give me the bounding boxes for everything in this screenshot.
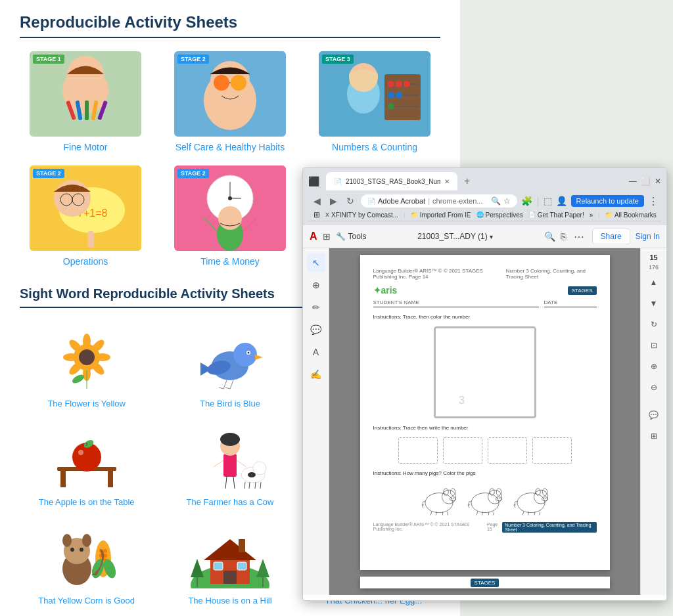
minimize-button[interactable]: — [629,177,637,186]
zoom-in-button[interactable]: ⊕ [645,357,663,376]
sign-in-link[interactable]: Sign In [636,232,660,241]
sight-card-squirrel[interactable]: That Yellow Corn is Good [20,518,153,607]
fit-page-button[interactable]: ⊡ [645,336,663,355]
self-care-image: STAGE 2 [174,51,286,137]
bookmark-paper[interactable]: 📄 Get That Paper! [528,211,584,219]
grid-icon[interactable]: ⊞ [323,231,331,242]
address-bar-row: ◀ ▶ ↻ 📄 Adobe Acrobat | chrome-exten... … [308,193,661,209]
sidebar-icon[interactable]: ⬚ [544,196,552,206]
svg-point-53 [63,353,79,361]
pig-1-svg [419,483,459,516]
pdf-right-sidebar: 15 176 ▲ ▼ ↻ ⊡ ⊕ ⊖ 💬 ⊞ [640,248,666,595]
pages-panel-icon[interactable]: ⊞ [645,427,663,445]
svg-point-175 [451,498,452,499]
stage-badge: STAGE 2 [177,169,209,178]
more-options-icon[interactable]: ⋯ [571,231,587,243]
category-card-numbers[interactable]: STAGE 3 [309,51,440,152]
annotate-tool[interactable]: ✏ [307,298,325,317]
tracing-area [373,437,597,464]
back-button[interactable]: ◀ [311,194,323,208]
text-tool[interactable]: A [307,343,325,361]
expand-icon[interactable]: ▾ [490,233,493,240]
operations-image: STAGE 2 7+1=8 [30,165,141,251]
apps-icon[interactable]: ⊞ [313,210,320,219]
address-bar[interactable]: 📄 Adobe Acrobat | chrome-exten... 🔍 ☆ [361,194,517,208]
sight-card-flower[interactable]: The Flower is Yellow [20,321,153,410]
zoom-out-button[interactable]: ⊖ [645,378,663,397]
bookmark-icon[interactable]: ☆ [503,196,511,206]
svg-point-127 [103,549,107,553]
pdf-page: Language Builder® ARIS™ © © 2021 STAGES … [360,255,610,570]
zoom-tool[interactable]: ⊕ [307,276,325,294]
svg-line-180 [436,512,436,515]
bookmark-perspectives[interactable]: 🌐 Perspectives [476,211,523,219]
select-tool[interactable]: ↖ [307,253,325,272]
copy-icon[interactable]: ⎘ [561,231,566,242]
category-card-operations[interactable]: STAGE 2 7+1=8 Operations [20,165,151,267]
svg-point-101 [253,462,266,475]
pdf-viewer: ⬛ 📄 21003_STGS_RAS_Book3_Num... ✕ + — ⬜ … [302,167,667,601]
sight-card-bird[interactable]: The Bird is Blue [163,321,296,410]
number-3-box: 3 [434,326,536,418]
svg-rect-93 [223,454,237,477]
tools-button[interactable]: 🔧 Tools [336,232,367,241]
svg-rect-87 [108,471,113,487]
sight-card-house[interactable]: The House is on a Hill [163,518,296,607]
svg-rect-148 [214,562,223,570]
share-button[interactable]: Share [592,229,630,244]
acrobat-logo-icon: A [310,231,317,242]
active-tab[interactable]: 📄 21003_STGS_RAS_Book3_Num... ✕ [326,172,457,190]
sight-card-apple[interactable]: The Apple is on the Table [20,420,153,508]
relaunch-button[interactable]: Relaunch to update [571,195,644,207]
svg-point-194 [517,493,545,513]
svg-point-174 [450,497,455,501]
pigs-area [373,483,597,516]
more-bookmarks-icon[interactable]: » [590,211,593,219]
self-care-label: Self Care & Healthy Habits [175,142,285,152]
menu-icon[interactable]: ⋮ [648,195,659,208]
extension-icon[interactable]: 🧩 [521,196,532,206]
comments-panel-icon[interactable]: 💬 [645,406,663,424]
address-separator: | [428,197,430,205]
pdf-sidebar-tools: ↖ ⊕ ✏ 💬 A ✍ [303,248,329,595]
comment-tool[interactable]: 💬 [307,320,325,339]
category-card-fine-motor[interactable]: STAGE 1 Fine Motor [20,51,151,152]
profile-icon[interactable]: 👤 [556,196,567,206]
xfinity-label: XFINITY by Comcast... [331,211,398,219]
rotate-button[interactable]: ↻ [645,315,663,334]
svg-point-19 [404,81,410,87]
student-name-field: STUDENT'S NAME [373,299,539,307]
all-bookmarks-label: All Bookmarks [615,211,657,219]
instructions-3: Instructions: How many pigs? Color the p… [373,470,597,476]
svg-point-185 [496,497,501,501]
restore-button[interactable]: ⬜ [641,177,651,186]
bookmark-divider: | [598,211,600,219]
scroll-up-button[interactable]: ▲ [645,273,663,292]
numbers-illustration [319,51,430,137]
category-card-self-care[interactable]: STAGE 2 Self Care & Healthy Habits [164,51,296,152]
bookmark-folder-icon[interactable]: 📁 All Bookmarks [605,211,657,219]
tab-close-button[interactable]: ✕ [444,178,450,185]
squirrel-image [41,518,133,590]
aris-logo: ✦aris [373,285,398,296]
search-pdf-icon[interactable]: 🔍 [544,231,555,242]
forward-button[interactable]: ▶ [327,194,340,208]
scroll-down-button[interactable]: ▼ [645,294,663,313]
footer-stages-badge: Number 3 Coloring, Counting, and Tracing… [502,522,596,533]
new-tab-button[interactable]: + [460,175,474,187]
operations-illustration: 7+1=8 [30,165,141,251]
reload-button[interactable]: ↻ [344,194,357,208]
apple-image [41,420,133,492]
svg-line-193 [493,512,494,515]
sight-card-farmer[interactable]: The Farmer has a Cow [163,420,296,508]
bookmark-xfinity[interactable]: X XFINITY by Comcast... [325,211,398,219]
svg-rect-149 [237,562,246,570]
close-button[interactable]: ✕ [655,177,661,186]
bookmark-imported[interactable]: 📁 Imported From IE [411,211,471,219]
pdf-page-area[interactable]: Language Builder® ARIS™ © © 2021 STAGES … [329,248,640,595]
stamp-tool[interactable]: ✍ [307,365,325,384]
tab-bar: 📄 21003_STGS_RAS_Book3_Num... ✕ + [326,172,474,190]
date-label: DATE [544,299,558,305]
category-card-time-money[interactable]: STAGE 2 Time & Money [164,165,296,267]
svg-point-21 [388,92,394,99]
